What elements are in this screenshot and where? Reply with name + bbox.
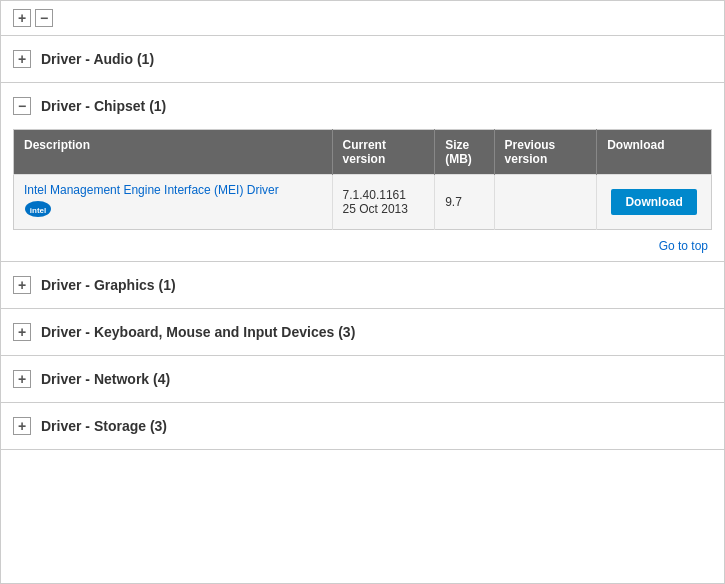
- driver-description-cell: Intel Management Engine Interface (MEI) …: [14, 175, 333, 230]
- section-network: + Driver - Network (4): [1, 356, 724, 403]
- section-keyboard: + Driver - Keyboard, Mouse and Input Dev…: [1, 309, 724, 356]
- expand-all-button[interactable]: +: [13, 9, 31, 27]
- section-audio-toggle[interactable]: +: [13, 50, 31, 68]
- section-storage-header[interactable]: + Driver - Storage (3): [1, 403, 724, 449]
- section-storage-title: Driver - Storage (3): [41, 418, 167, 434]
- section-chipset-title: Driver - Chipset (1): [41, 98, 166, 114]
- top-controls: + −: [1, 1, 724, 36]
- driver-version: 7.1.40.1161: [343, 188, 406, 202]
- chipset-driver-table: Description Current version Size (MB) Pr…: [13, 129, 712, 230]
- section-audio-header[interactable]: + Driver - Audio (1): [1, 36, 724, 82]
- section-chipset-header[interactable]: − Driver - Chipset (1): [1, 83, 724, 129]
- section-storage-toggle[interactable]: +: [13, 417, 31, 435]
- section-chipset-toggle[interactable]: −: [13, 97, 31, 115]
- col-header-size: Size (MB): [435, 130, 494, 175]
- driver-download-button[interactable]: Download: [611, 189, 696, 215]
- table-row: Intel Management Engine Interface (MEI) …: [14, 175, 712, 230]
- driver-release-date: 25 Oct 2013: [343, 202, 408, 216]
- section-network-title: Driver - Network (4): [41, 371, 170, 387]
- section-graphics-title: Driver - Graphics (1): [41, 277, 176, 293]
- col-header-current-version: Current version: [332, 130, 435, 175]
- driver-size-cell: 9.7: [435, 175, 494, 230]
- svg-text:intel: intel: [30, 206, 46, 215]
- col-header-previous-version: Previous version: [494, 130, 597, 175]
- section-keyboard-header[interactable]: + Driver - Keyboard, Mouse and Input Dev…: [1, 309, 724, 355]
- section-graphics: + Driver - Graphics (1): [1, 262, 724, 309]
- section-graphics-header[interactable]: + Driver - Graphics (1): [1, 262, 724, 308]
- go-to-top-row: Go to top: [13, 230, 712, 261]
- go-to-top-link[interactable]: Go to top: [659, 239, 708, 253]
- section-chipset: − Driver - Chipset (1) Description Curre…: [1, 83, 724, 262]
- section-storage: + Driver - Storage (3): [1, 403, 724, 450]
- section-chipset-content: Description Current version Size (MB) Pr…: [1, 129, 724, 261]
- section-keyboard-toggle[interactable]: +: [13, 323, 31, 341]
- intel-logo-icon: intel: [24, 200, 322, 221]
- collapse-all-button[interactable]: −: [35, 9, 53, 27]
- table-header-row: Description Current version Size (MB) Pr…: [14, 130, 712, 175]
- section-network-header[interactable]: + Driver - Network (4): [1, 356, 724, 402]
- driver-download-cell: Download: [597, 175, 712, 230]
- col-header-download: Download: [597, 130, 712, 175]
- section-audio: + Driver - Audio (1): [1, 36, 724, 83]
- section-audio-title: Driver - Audio (1): [41, 51, 154, 67]
- driver-current-version-cell: 7.1.40.1161 25 Oct 2013: [332, 175, 435, 230]
- col-header-description: Description: [14, 130, 333, 175]
- driver-name-link[interactable]: Intel Management Engine Interface (MEI) …: [24, 183, 322, 197]
- section-network-toggle[interactable]: +: [13, 370, 31, 388]
- section-keyboard-title: Driver - Keyboard, Mouse and Input Devic…: [41, 324, 355, 340]
- section-graphics-toggle[interactable]: +: [13, 276, 31, 294]
- driver-previous-version-cell: [494, 175, 597, 230]
